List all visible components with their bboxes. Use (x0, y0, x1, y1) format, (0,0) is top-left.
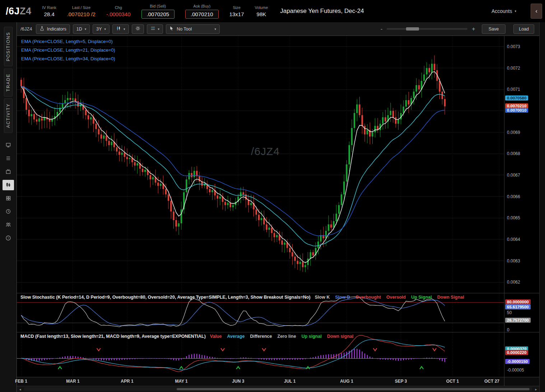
ask-label: Ask (Buy) (194, 4, 211, 8)
chg-label: Chg (115, 5, 122, 10)
tv-icon[interactable] (3, 167, 14, 177)
help-icon[interactable]: ? (3, 233, 14, 243)
macd-legend: MACD (Fast length=13, Slow length=21, MA… (20, 334, 504, 339)
price-axis-tick: 0.0066 (507, 194, 520, 199)
price-chart-canvas[interactable]: EMA (Price=CLOSE, Length=5, Displace=0)E… (17, 36, 504, 293)
grid-icon[interactable] (3, 193, 14, 204)
collapse-panel-button[interactable]: ‹ (531, 4, 542, 19)
svg-text:?: ? (8, 237, 9, 240)
zoom-control: - + (381, 26, 475, 32)
sidebar-tab-activity[interactable]: ACTIVITY (4, 98, 13, 133)
legend-item: Up Signal (411, 295, 432, 300)
legend-item: Average (227, 334, 245, 339)
people-icon[interactable] (3, 220, 14, 230)
bid-label: Bid (Sell) (150, 4, 166, 8)
legend-item: Value (210, 334, 222, 339)
study-label-ema-21[interactable]: EMA (Price=CLOSE, Length=21, Displace=0) (21, 47, 115, 53)
horizontal-scrollbar[interactable]: ◂ ▸ (17, 386, 539, 392)
sidebar-tab-positions[interactable]: POSITIONS (4, 27, 13, 66)
price-axis-tick: 0.0064 (507, 237, 520, 242)
zoom-in-button[interactable]: + (472, 26, 475, 32)
macd-chart-svg (17, 332, 504, 377)
scrollbar-track[interactable] (24, 387, 532, 391)
chevron-down-icon: ▾ (104, 27, 106, 31)
bid-button[interactable]: .0070205 (141, 10, 175, 19)
time-axis-label: JUN 3 (232, 379, 244, 384)
ask-button[interactable]: .0070210 (185, 10, 219, 19)
macd-study-label[interactable]: MACD (Fast length=13, Slow length=21, MA… (20, 334, 206, 339)
study-label-ema-34[interactable]: EMA (Price=CLOSE, Length=34, Displace=0) (21, 56, 115, 61)
stochastic-axis[interactable]: 50080.000000065.617950026.7572700 (504, 293, 539, 332)
range-dropdown[interactable]: 3Y▾ (93, 24, 110, 34)
chart-settings-button[interactable] (132, 24, 144, 34)
indicators-button[interactable]: Indicators (36, 24, 70, 34)
instrument-title: Japanese Yen Futures, Dec-24 (280, 8, 364, 15)
zoom-out-button[interactable]: - (381, 26, 382, 32)
zoom-slider[interactable] (387, 28, 467, 30)
stochastic-chart-canvas[interactable]: Slow Stochastic (K Period=14, D Period=9… (17, 293, 504, 332)
price-axis-tick: 0.0068 (507, 151, 520, 156)
price-axis-tick: 0.0065 (507, 215, 520, 220)
quote-header: /6JZ4 IV Rank 28.4 Last / Size .0070210 … (0, 0, 545, 22)
price-pane[interactable]: EMA (Price=CLOSE, Length=5, Displace=0)E… (17, 36, 539, 293)
chg-value: -.0000340 (106, 11, 131, 17)
scrollbar-thumb[interactable] (177, 388, 530, 390)
size-field: Size 13x17 (229, 5, 244, 17)
time-axis-label: AUG 1 (340, 379, 353, 384)
timeframe-dropdown[interactable]: 1D▾ (73, 24, 90, 34)
price-axis-tick: 0.0063 (507, 258, 520, 263)
chart-style-dropdown[interactable]: ▾ (112, 24, 129, 34)
ask-field: Ask (Buy) .0070210 (185, 4, 219, 19)
drawing-set-dropdown[interactable]: ▾ (147, 24, 163, 34)
list-icon[interactable] (3, 153, 14, 164)
price-axis-tick: 0.0073 (507, 44, 520, 49)
stochastic-pane[interactable]: Slow Stochastic (K Period=14, D Period=9… (17, 293, 539, 332)
zoom-slider-thumb[interactable] (406, 27, 419, 31)
macd-axis[interactable]: -0.000050.00003700.0000220-0.0000150 (504, 332, 539, 377)
save-button[interactable]: Save (482, 24, 506, 34)
last-size-value: /2 (91, 11, 96, 17)
macd-value-label: 0.0000220 (505, 350, 528, 355)
monitor-icon[interactable] (3, 140, 14, 150)
stoch-axis-tick: 0 (507, 327, 509, 332)
chart-icon[interactable] (3, 180, 14, 190)
load-button[interactable]: Load (513, 24, 534, 34)
time-axis-label: OCT 27 (484, 379, 499, 384)
price-axis[interactable]: 0.00730.00720.00710.00700.00690.00680.00… (504, 36, 539, 293)
stochastic-study-label[interactable]: Slow Stochastic (K Period=14, D Period=9… (20, 295, 311, 300)
stoch-value-label: 80.0000000 (505, 299, 531, 304)
legend-item: Oversold (386, 295, 406, 300)
accounts-menu[interactable]: Accounts ▾ (492, 8, 516, 14)
time-axis-label: MAR 1 (66, 379, 79, 384)
macd-pane[interactable]: MACD (Fast length=13, Slow length=21, MA… (17, 332, 539, 377)
gear-icon (135, 26, 140, 32)
scroll-left-button[interactable]: ◂ (17, 387, 23, 391)
right-gutter (539, 22, 545, 392)
trading-app-window: /6JZ4 IV Rank 28.4 Last / Size .0070210 … (0, 0, 545, 392)
stoch-axis-tick: 50 (507, 310, 512, 315)
price-axis-tick: 0.0071 (507, 87, 520, 92)
price-value-label: 0.0070580 (505, 95, 528, 101)
sidebar-tab-trade[interactable]: TRADE (4, 69, 13, 97)
last-value: .0070210 (67, 11, 90, 17)
scroll-right-button[interactable]: ▸ (533, 387, 539, 391)
rail-icon-list: ? (3, 140, 14, 243)
price-axis-tick: 0.0062 (507, 280, 520, 285)
chart-toolbar: /6JZ4 Indicators 1D▾ 3Y▾ ▾ (17, 22, 539, 36)
clock-icon[interactable] (3, 206, 14, 217)
volume-label: Volume (255, 5, 268, 10)
macd-chart-canvas[interactable]: MACD (Fast length=13, Slow length=21, MA… (17, 332, 504, 377)
price-chart-svg (17, 36, 504, 293)
chart-area[interactable]: EMA (Price=CLOSE, Length=5, Displace=0)E… (17, 36, 539, 392)
symbol-month: Z4 (20, 6, 32, 17)
time-axis-label: FEB 1 (15, 379, 27, 384)
iv-rank-value: 28.4 (44, 11, 55, 17)
cursor-icon (169, 26, 174, 32)
study-label-ema-5[interactable]: EMA (Price=CLOSE, Length=5, Displace=0) (21, 39, 115, 44)
drawing-tool-dropdown[interactable]: No Tool ▾ (166, 24, 220, 34)
bid-field: Bid (Sell) .0070205 (141, 4, 175, 19)
time-axis: FEB 1MAR 1APR 1MAY 1JUN 3JUL 1AUG 1SEP 3… (17, 377, 539, 386)
price-value-label: 0.0070210 (505, 103, 528, 108)
iv-rank-label: IV Rank (42, 5, 56, 10)
chevron-down-icon: ▾ (124, 27, 125, 31)
